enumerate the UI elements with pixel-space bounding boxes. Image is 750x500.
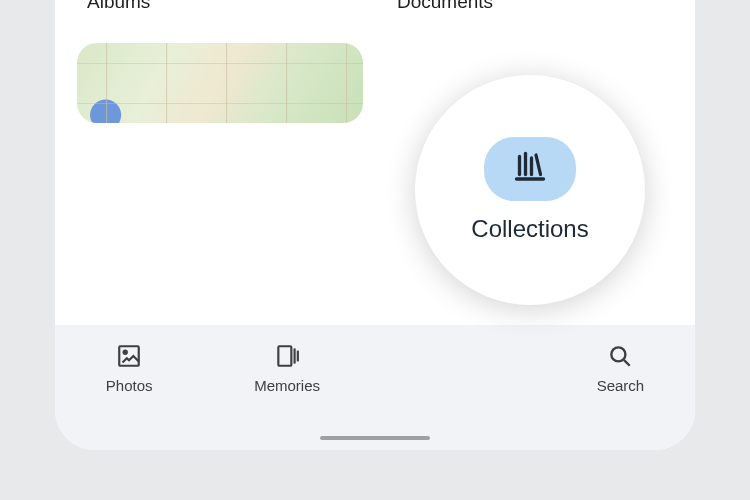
- magnified-collections[interactable]: Collections: [415, 75, 645, 305]
- memories-icon: [274, 343, 300, 369]
- albums-label: Albums: [87, 0, 363, 13]
- documents-label: Documents: [397, 0, 673, 13]
- collections-pill: [484, 137, 576, 201]
- library-icon: [512, 149, 548, 189]
- svg-rect-2: [278, 346, 291, 366]
- nav-memories[interactable]: Memories: [254, 343, 320, 394]
- magnified-label: Collections: [471, 215, 588, 243]
- map-preview-card[interactable]: [77, 43, 363, 123]
- nav-photos-label: Photos: [106, 377, 153, 394]
- svg-point-1: [124, 351, 127, 354]
- svg-rect-0: [119, 346, 139, 366]
- nav-photos[interactable]: Photos: [106, 343, 153, 394]
- nav-memories-label: Memories: [254, 377, 320, 394]
- svg-line-10: [536, 155, 541, 175]
- nav-search[interactable]: Search: [597, 343, 645, 394]
- nav-search-label: Search: [597, 377, 645, 394]
- home-indicator[interactable]: [320, 436, 430, 440]
- photo-icon: [116, 343, 142, 369]
- search-icon: [607, 343, 633, 369]
- phone-frame: NH-9633 EEH Albums Documents Photos: [55, 0, 695, 450]
- svg-line-6: [624, 360, 630, 366]
- svg-point-5: [612, 347, 626, 361]
- bottom-nav: Photos Memories Collections: [55, 325, 695, 450]
- labels-row: Albums Documents: [77, 0, 673, 13]
